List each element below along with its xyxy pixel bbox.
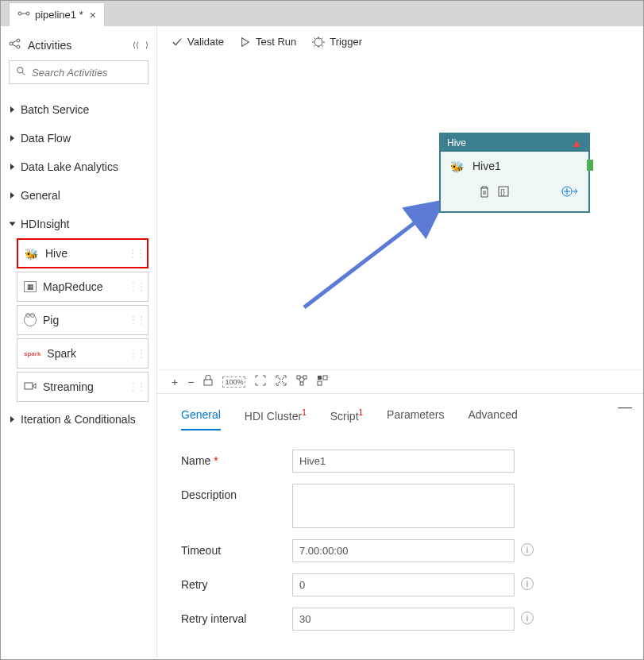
code-icon[interactable]: {} [498, 185, 509, 200]
layout-icon[interactable] [317, 375, 328, 388]
retry-interval-field[interactable] [292, 608, 515, 631]
name-label: Name * [181, 450, 292, 467]
zoom-in-icon[interactable]: + [172, 376, 178, 388]
canvas-zoom-toolbar: + − 100% [157, 369, 643, 393]
svg-text:{}: {} [500, 188, 505, 196]
info-icon[interactable]: i [521, 612, 534, 624]
search-activities-box[interactable] [9, 60, 148, 84]
pipeline-canvas[interactable]: Hive ▲ Hive1 {} [157, 57, 643, 369]
svg-rect-13 [297, 376, 300, 379]
tab-general[interactable]: General [181, 408, 221, 430]
info-icon[interactable]: i [521, 577, 534, 590]
retry-field[interactable] [292, 573, 515, 596]
collapse-panel-icon[interactable]: — [618, 399, 632, 415]
node-output-handle[interactable] [587, 160, 593, 171]
category-iteration-conditionals[interactable]: Iteration & Conditionals [9, 405, 148, 434]
tab-advanced[interactable]: Advanced [468, 408, 517, 430]
test-run-button[interactable]: Test Run [240, 36, 296, 48]
fit-screen-icon[interactable] [255, 375, 266, 388]
close-icon[interactable]: × [88, 9, 98, 21]
error-badge: 1 [359, 408, 364, 417]
grip-icon: ⋮⋮ [128, 248, 144, 259]
hive-icon [450, 160, 465, 172]
svg-point-5 [17, 67, 23, 72]
name-field[interactable] [292, 450, 515, 473]
hive-icon [25, 248, 39, 259]
node-type-label: Hive [447, 137, 466, 149]
search-icon [16, 66, 27, 79]
svg-rect-15 [300, 382, 303, 385]
activity-streaming[interactable]: Streaming ⋮⋮ [17, 372, 148, 402]
delete-icon[interactable] [479, 185, 490, 200]
svg-rect-17 [323, 376, 327, 380]
pipeline-icon [17, 7, 30, 22]
activity-pig[interactable]: Pig ⋮⋮ [17, 305, 148, 335]
zoom-out-icon[interactable]: − [187, 376, 194, 388]
zoom-100-icon[interactable]: 100% [222, 376, 245, 388]
node-title: Hive1 [472, 160, 501, 172]
timeout-field[interactable] [292, 539, 515, 562]
info-icon[interactable]: i [521, 543, 534, 556]
svg-point-3 [17, 39, 20, 42]
spark-icon: spark [24, 350, 40, 357]
category-hdinsight[interactable]: HDInsight [9, 210, 148, 238]
tab-parameters[interactable]: Parameters [387, 408, 444, 430]
trigger-icon [312, 37, 325, 48]
hive-node[interactable]: Hive ▲ Hive1 {} [439, 133, 590, 213]
grip-icon: ⋮⋮ [129, 381, 145, 392]
validate-button[interactable]: Validate [172, 36, 224, 48]
auto-align-icon[interactable] [296, 375, 307, 388]
category-batch-service[interactable]: Batch Service [9, 95, 148, 124]
tab-title: pipeline1 * [35, 9, 83, 21]
grip-icon: ⋮⋮ [129, 315, 145, 326]
error-badge: 1 [302, 408, 307, 417]
check-icon [172, 37, 183, 48]
svg-rect-12 [204, 380, 212, 385]
play-icon [240, 37, 251, 48]
svg-point-0 [18, 12, 21, 15]
svg-point-4 [17, 45, 20, 48]
svg-rect-16 [318, 376, 322, 380]
svg-line-8 [304, 204, 439, 307]
category-data-lake-analytics[interactable]: Data Lake Analytics [9, 152, 148, 181]
add-output-icon[interactable] [561, 185, 579, 200]
svg-rect-6 [25, 383, 33, 389]
activities-label: Activities [28, 39, 71, 52]
retry-interval-label: Retry interval [181, 608, 292, 625]
activity-hive[interactable]: Hive ⋮⋮ [17, 238, 148, 268]
svg-rect-18 [318, 381, 322, 385]
tab-script[interactable]: Script1 [330, 408, 363, 430]
svg-rect-14 [303, 376, 307, 379]
pig-icon [24, 314, 37, 326]
annotation-arrow [300, 192, 459, 311]
timeout-label: Timeout [181, 539, 292, 557]
activities-icon [9, 37, 21, 52]
lock-icon[interactable] [203, 375, 213, 388]
activities-header: Activities ⟨⟨ ⟩ [9, 34, 148, 60]
chevron-double-down-icon[interactable]: ⟨⟨ [133, 41, 139, 49]
activity-mapreduce[interactable]: ▦ MapReduce ⋮⋮ [17, 272, 148, 302]
fullscreen-icon[interactable] [276, 375, 287, 388]
svg-point-1 [26, 12, 29, 15]
streaming-icon [24, 380, 37, 394]
grip-icon: ⋮⋮ [129, 348, 145, 359]
description-label: Description [181, 484, 292, 501]
pipeline-tab[interactable]: pipeline1 * × [9, 2, 105, 26]
description-field[interactable] [292, 484, 515, 528]
mapreduce-icon: ▦ [24, 281, 37, 292]
warning-icon: ▲ [571, 137, 582, 149]
retry-label: Retry [181, 573, 292, 591]
tab-hdi-cluster[interactable]: HDI Cluster1 [245, 408, 307, 430]
category-data-flow[interactable]: Data Flow [9, 124, 148, 152]
svg-point-2 [10, 42, 13, 45]
trigger-button[interactable]: Trigger [312, 36, 362, 48]
svg-point-7 [314, 38, 322, 46]
chevron-down-icon[interactable]: ⟩ [145, 41, 148, 49]
category-general[interactable]: General [9, 181, 148, 210]
search-input[interactable] [32, 67, 166, 79]
grip-icon: ⋮⋮ [129, 281, 145, 292]
activity-spark[interactable]: spark Spark ⋮⋮ [17, 338, 148, 369]
